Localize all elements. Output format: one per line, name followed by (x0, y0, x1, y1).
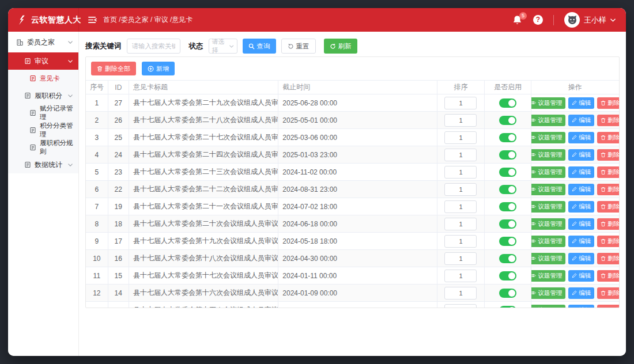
delete-button[interactable]: 删除 (597, 305, 619, 309)
edit-button[interactable]: 编辑 (568, 201, 594, 213)
avatar (564, 12, 580, 28)
user-menu[interactable]: 王小样 (564, 12, 616, 28)
sort-input[interactable] (444, 252, 477, 265)
trash-icon (601, 204, 606, 210)
cell-deadline: 2024-08-31 23:00 (278, 181, 437, 198)
edit-button[interactable]: 编辑 (568, 253, 594, 264)
sort-input[interactable] (444, 218, 477, 230)
topic-manage-button[interactable]: 议题管理 (531, 305, 565, 309)
enabled-toggle[interactable] (499, 202, 516, 211)
enabled-toggle[interactable] (499, 306, 516, 309)
delete-button[interactable]: 删除 (597, 166, 619, 178)
pencil-icon (572, 221, 577, 226)
sidebar-item-jifenfenlei[interactable]: 积分分类管理 (8, 122, 78, 139)
pencil-icon (572, 100, 577, 105)
topic-manage-button[interactable]: 议题管理 (531, 132, 565, 143)
edit-button[interactable]: 编辑 (568, 115, 594, 126)
delete-button[interactable]: 删除 (597, 132, 619, 143)
sidebar-item-weiyuanzhijia[interactable]: 委员之家 (8, 32, 78, 52)
delete-button[interactable]: 删除 (597, 149, 619, 161)
refresh-button[interactable]: 刷新 (324, 39, 357, 54)
cell-deadline: 2025-06-28 00:00 (278, 94, 437, 112)
sort-input[interactable] (444, 183, 477, 196)
sidebar-item-yijianka[interactable]: 意见卡 (8, 70, 78, 87)
edit-button[interactable]: 编辑 (568, 132, 594, 143)
edit-button[interactable]: 编辑 (568, 184, 594, 195)
enabled-toggle[interactable] (499, 168, 516, 177)
sidebar-item-lvzhijifen[interactable]: 履职积分 (8, 87, 78, 104)
enabled-toggle[interactable] (499, 254, 516, 263)
sort-input[interactable] (444, 149, 477, 161)
edit-button[interactable]: 编辑 (568, 305, 594, 309)
table-card: 删除全部 新增 序号 ID 意见卡标题 (85, 56, 620, 308)
sort-input[interactable] (444, 97, 477, 109)
enabled-toggle[interactable] (499, 98, 516, 108)
edit-button[interactable]: 编辑 (568, 149, 594, 161)
delete-button[interactable]: 删除 (597, 218, 619, 230)
topic-manage-button[interactable]: 议题管理 (531, 97, 565, 109)
eye-icon (531, 238, 536, 244)
topic-manage-button[interactable]: 议题管理 (531, 184, 565, 195)
keyword-input[interactable] (127, 39, 180, 54)
sort-input[interactable] (444, 131, 477, 144)
building-icon (16, 39, 24, 46)
edit-button[interactable]: 编辑 (568, 236, 594, 247)
sidebar-item-shujutongji[interactable]: 数据统计 (8, 156, 78, 173)
cell-seq: 12 (86, 285, 108, 302)
sort-input[interactable] (444, 114, 477, 127)
topic-manage-button[interactable]: 议题管理 (531, 201, 565, 213)
edit-button[interactable]: 编辑 (568, 270, 594, 282)
edit-button[interactable]: 编辑 (568, 218, 594, 230)
sort-input[interactable] (444, 200, 477, 213)
reset-button[interactable]: 重置 (281, 39, 316, 54)
sidebar-item-shenyi[interactable]: 审议 (8, 52, 78, 70)
enabled-toggle[interactable] (499, 185, 516, 194)
status-select[interactable]: 请选择 (209, 39, 237, 54)
edit-button[interactable]: 编辑 (568, 97, 594, 109)
delete-button[interactable]: 删除 (597, 97, 619, 109)
edit-button[interactable]: 编辑 (568, 287, 594, 299)
cell-seq: 3 (86, 129, 108, 146)
enabled-toggle[interactable] (499, 271, 516, 280)
topic-manage-button[interactable]: 议题管理 (531, 218, 565, 230)
delete-all-button[interactable]: 删除全部 (91, 62, 136, 75)
delete-button[interactable]: 删除 (597, 287, 619, 299)
sort-input[interactable] (444, 304, 477, 309)
delete-button[interactable]: 删除 (597, 115, 619, 126)
topic-manage-button[interactable]: 议题管理 (531, 287, 565, 299)
sort-input[interactable] (444, 235, 477, 248)
edit-button[interactable]: 编辑 (568, 166, 594, 178)
topic-manage-button[interactable]: 议题管理 (531, 115, 565, 126)
search-button[interactable]: 查询 (243, 39, 276, 54)
delete-button[interactable]: 删除 (597, 184, 619, 195)
enabled-toggle[interactable] (499, 116, 516, 125)
cell-deadline: 2025-01-03 23:00 (278, 146, 437, 164)
delete-button[interactable]: 删除 (597, 253, 619, 264)
enabled-toggle[interactable] (499, 237, 516, 246)
topic-manage-button[interactable]: 议题管理 (531, 253, 565, 264)
sort-input[interactable] (444, 270, 477, 282)
sidebar-item-fufenjilu[interactable]: 赋分记录管理 (8, 104, 78, 122)
delete-button[interactable]: 删除 (597, 270, 619, 282)
topic-manage-button[interactable]: 议题管理 (531, 270, 565, 282)
trash-icon (601, 273, 606, 279)
sidebar-item-jifenguize[interactable]: 履职积分规则 (8, 139, 78, 156)
enabled-toggle[interactable] (499, 219, 516, 229)
enabled-toggle[interactable] (499, 289, 516, 298)
delete-button[interactable]: 删除 (597, 201, 619, 213)
document-icon (24, 161, 31, 168)
sort-input[interactable] (444, 166, 477, 179)
add-button[interactable]: 新增 (142, 62, 175, 75)
cell-id: 22 (108, 181, 129, 198)
sidebar: 委员之家 审议 (8, 32, 79, 356)
delete-button[interactable]: 删除 (597, 236, 619, 247)
help-icon[interactable]: ? (533, 15, 543, 25)
enabled-toggle[interactable] (499, 150, 516, 160)
sort-input[interactable] (444, 287, 477, 299)
menu-fold-icon[interactable] (88, 16, 97, 24)
topic-manage-button[interactable]: 议题管理 (531, 149, 565, 161)
notifications-bell-icon[interactable]: 5 (512, 15, 523, 25)
topic-manage-button[interactable]: 议题管理 (531, 166, 565, 178)
enabled-toggle[interactable] (499, 133, 516, 142)
topic-manage-button[interactable]: 议题管理 (531, 236, 565, 247)
